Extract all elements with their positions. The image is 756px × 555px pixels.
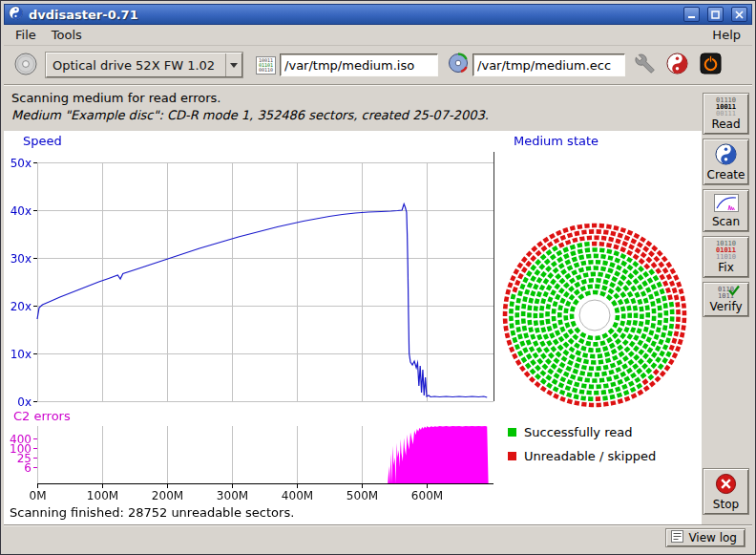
stop-button[interactable]: Stop (703, 468, 749, 515)
read-button-label: Read (711, 118, 740, 131)
verify-button[interactable]: 0110 1011 Verify (703, 282, 749, 317)
scan-chart-icon (714, 194, 739, 215)
menu-file[interactable]: File (8, 26, 44, 44)
view-log-label: View log (688, 531, 737, 544)
close-button[interactable] (731, 7, 747, 22)
fix-button-label: Fix (718, 262, 733, 274)
scan-button-label: Scan (712, 216, 740, 228)
toolbar: Optical drive 52X FW 1.02 10011 01101 00… (4, 46, 752, 85)
binary-read-icon: 01110 10011 00111 (716, 97, 736, 117)
window-title: dvdisaster-0.71 (29, 8, 138, 22)
yinyang-create-icon (715, 143, 737, 168)
iso-path-input[interactable] (280, 53, 438, 76)
maximize-button[interactable] (707, 7, 724, 22)
read-button[interactable]: 01110 10011 00111 Read (703, 93, 749, 135)
menubar: File Tools Help (4, 25, 752, 46)
fix-binary-icon: 10110 01011 11010 (716, 241, 736, 261)
iso-image-icon: 10011 01101 00110 (256, 56, 276, 75)
power-icon (700, 53, 722, 77)
fix-button[interactable]: 10110 01011 11010 Fix (703, 236, 749, 278)
scan-result-status: Scanning finished: 28752 unreadable sect… (10, 505, 294, 520)
ecc-file-icon (448, 53, 469, 77)
legend-item-ok: Successfully read (508, 420, 656, 444)
drive-selector-value: Optical drive 52X FW 1.02 (47, 58, 225, 73)
scan-button[interactable]: Scan (703, 189, 749, 232)
c2-errors-title: C2 errors (13, 409, 71, 423)
stop-button-label: Stop (713, 499, 739, 511)
status-line2: Medium "Example disc": CD-R mode 1, 3524… (11, 108, 702, 122)
about-button[interactable] (664, 51, 690, 79)
about-yinyang-icon (666, 53, 688, 77)
legend-item-bad: Unreadable / skipped (508, 444, 656, 468)
drive-selector[interactable]: Optical drive 52X FW 1.02 (46, 53, 242, 77)
menu-tools[interactable]: Tools (44, 26, 90, 44)
legend-bad-swatch (508, 452, 516, 460)
legend-ok-label: Successfully read (524, 425, 632, 439)
titlebar[interactable]: dvdisaster-0.71 (4, 4, 752, 25)
quit-button[interactable] (698, 51, 724, 79)
create-button-label: Create (707, 169, 746, 181)
menu-help[interactable]: Help (704, 26, 748, 44)
legend-bad-label: Unreadable / skipped (524, 449, 656, 463)
drive-icon-button[interactable] (11, 50, 40, 81)
check-icon (727, 285, 741, 299)
medium-state-title: Medium state (514, 134, 598, 148)
speed-chart-title: Speed (23, 134, 62, 148)
view-log-button[interactable]: View log (665, 528, 746, 547)
stop-icon (715, 473, 737, 498)
verify-binary-icon: 0110 1011 (718, 287, 734, 300)
verify-button-label: Verify (709, 301, 742, 313)
status-area: Scanning medium for read errors. Medium … (4, 85, 702, 131)
preferences-button[interactable] (633, 52, 657, 78)
app-yinyang-icon (9, 6, 23, 24)
minimize-button[interactable] (683, 7, 700, 22)
content-panel: Speed Medium state C2 errors Successfull… (4, 131, 702, 524)
wrench-icon (635, 53, 655, 76)
app-window: dvdisaster-0.71 File Tools Help (0, 0, 756, 555)
medium-state-disc (501, 222, 688, 409)
footerbar: View log (4, 524, 752, 550)
status-line1: Scanning medium for read errors. (11, 91, 702, 105)
create-button[interactable]: Create (703, 139, 749, 185)
log-icon (671, 530, 683, 545)
speed-c2-chart (4, 131, 500, 509)
medium-state-legend: Successfully read Unreadable / skipped (508, 420, 656, 468)
legend-ok-swatch (508, 428, 516, 437)
chevron-down-icon[interactable] (225, 53, 242, 76)
sidebar: 01110 10011 00111 Read Create (700, 85, 752, 524)
ecc-path-input[interactable] (472, 53, 625, 76)
drive-icon (13, 52, 38, 79)
